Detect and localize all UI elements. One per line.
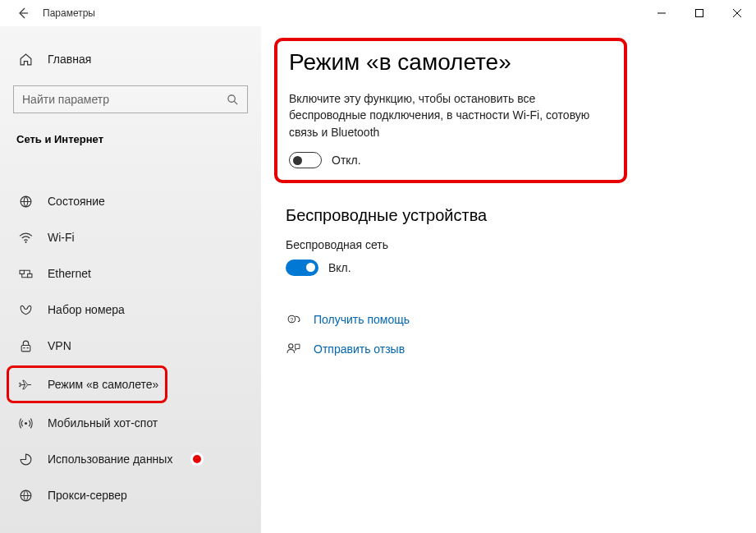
sidebar: Главная Сеть и Интернет Состояние — [0, 26, 261, 533]
sidebar-item-dialup[interactable]: Набор номера — [0, 292, 261, 328]
airplane-icon — [18, 377, 33, 392]
sidebar-item-label: Использование данных — [48, 453, 172, 466]
svg-point-3 — [25, 241, 26, 242]
help-link[interactable]: ? Получить помощь — [286, 312, 731, 327]
feedback-link[interactable]: Отправить отзыв — [286, 342, 731, 356]
back-arrow-icon — [16, 7, 30, 20]
sidebar-item-proxy[interactable]: Прокси-сервер — [0, 477, 261, 513]
sidebar-home-label: Главная — [48, 53, 91, 66]
datausage-icon — [18, 452, 33, 466]
home-icon — [18, 52, 33, 67]
svg-text:?: ? — [290, 316, 293, 324]
help-icon: ? — [286, 312, 300, 327]
sidebar-item-vpn[interactable]: VPN — [0, 328, 261, 364]
toggle-knob — [293, 156, 302, 165]
svg-rect-6 — [21, 345, 30, 351]
feedback-link-text: Отправить отзыв — [314, 342, 405, 356]
airplane-toggle[interactable] — [289, 152, 322, 168]
search-icon — [227, 94, 239, 106]
sidebar-item-label: VPN — [48, 339, 71, 352]
close-icon — [733, 9, 741, 17]
sidebar-item-hotspot[interactable]: Мобильный хот-спот — [0, 405, 261, 441]
svg-rect-0 — [696, 10, 703, 17]
sidebar-item-label: Состояние — [48, 195, 105, 208]
sidebar-item-label: Wi-Fi — [48, 231, 75, 244]
sidebar-item-label: Ethernet — [48, 267, 91, 280]
wireless-sublabel: Беспроводная сеть — [286, 238, 731, 251]
svg-rect-5 — [27, 273, 31, 277]
svg-rect-4 — [20, 270, 24, 273]
feedback-icon — [286, 342, 300, 356]
back-button[interactable] — [10, 0, 36, 26]
page-description: Включите эту функцию, чтобы остановить в… — [289, 90, 612, 140]
highlight-annotation: Режим «в самолете» Включите эту функцию,… — [274, 38, 627, 183]
sidebar-item-wifi[interactable]: Wi-Fi — [0, 219, 261, 255]
hotspot-icon — [18, 416, 33, 430]
maximize-button[interactable] — [680, 0, 718, 26]
svg-point-1 — [228, 94, 235, 101]
sidebar-item-label: Режим «в самолете» — [48, 378, 158, 391]
titlebar: Параметры — [0, 0, 756, 26]
wifi-icon — [18, 230, 33, 245]
sidebar-item-label: Набор номера — [48, 303, 125, 316]
wireless-toggle-label: Вкл. — [328, 261, 351, 274]
sidebar-item-status[interactable]: Состояние — [0, 183, 261, 219]
sidebar-category: Сеть и Интернет — [0, 128, 261, 157]
annotation-dot — [190, 453, 204, 466]
airplane-toggle-label: Откл. — [332, 154, 361, 167]
main-content: Режим «в самолете» Включите эту функцию,… — [261, 26, 756, 533]
toggle-knob — [306, 263, 315, 272]
help-link-text: Получить помощь — [314, 313, 410, 326]
sidebar-home[interactable]: Главная — [0, 43, 261, 76]
sidebar-item-label: Прокси-сервер — [48, 489, 127, 502]
window-title: Параметры — [43, 7, 95, 19]
wireless-section-title: Беспроводные устройства — [286, 206, 731, 225]
proxy-icon — [18, 488, 33, 503]
maximize-icon — [695, 9, 703, 17]
dialup-icon — [18, 302, 33, 317]
sidebar-item-airplane[interactable]: Режим «в самолете» — [7, 365, 167, 403]
sidebar-item-datausage[interactable]: Использование данных — [0, 441, 261, 477]
status-icon — [18, 194, 33, 209]
sidebar-item-label: Мобильный хот-спот — [48, 416, 158, 430]
svg-point-7 — [24, 421, 26, 424]
search-input[interactable] — [22, 93, 227, 106]
minimize-icon — [657, 9, 666, 17]
search-box[interactable] — [13, 85, 248, 113]
ethernet-icon — [18, 266, 33, 281]
minimize-button[interactable] — [643, 0, 680, 26]
svg-point-11 — [288, 344, 292, 348]
vpn-icon — [18, 338, 33, 353]
page-title: Режим «в самолете» — [289, 49, 612, 76]
wireless-toggle[interactable] — [286, 260, 318, 276]
sidebar-item-ethernet[interactable]: Ethernet — [0, 255, 261, 292]
close-button[interactable] — [718, 0, 756, 26]
